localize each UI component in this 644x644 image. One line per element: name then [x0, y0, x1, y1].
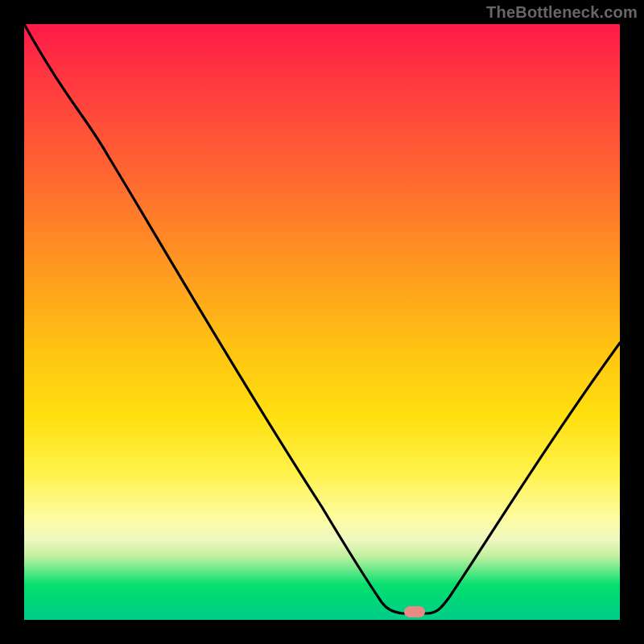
plot-area — [24, 24, 620, 620]
optimal-marker — [404, 606, 425, 617]
bottleneck-curve-svg — [24, 24, 620, 620]
chart-frame: TheBottleneck.com — [0, 0, 644, 644]
watermark-text: TheBottleneck.com — [486, 3, 638, 22]
bottleneck-curve-path — [24, 24, 620, 613]
